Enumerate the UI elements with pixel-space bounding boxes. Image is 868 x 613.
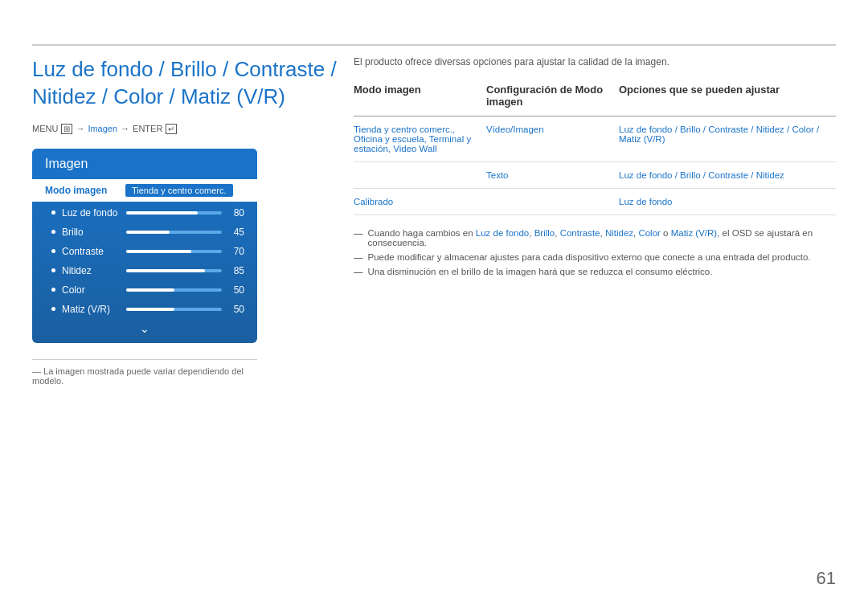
setting-value-matiz: 50 [228,304,244,315]
setting-name-brillo: Brillo [62,227,126,238]
arrow-1: → [76,124,84,133]
td-calibrado: Calibrado [354,189,486,215]
table-row-tienda: Tienda y centro comerc., Oficina y escue… [354,116,836,162]
setting-bar-fill-contraste [126,250,191,253]
note-item-2: — Puede modificar y almacenar ajustes pa… [354,252,836,262]
table-row-texto: Texto Luz de fondo / Brillo / Contraste … [354,162,836,189]
opciones-video-text: Luz de fondo / Brillo / Contraste / Niti… [619,125,819,144]
note-link-brillo: Brillo [534,228,555,238]
setting-row-matiz: Matiz (V/R) 50 [32,300,257,319]
note-dash-3: — [354,267,363,276]
td-opciones-texto: Luz de fondo / Brillo / Contraste / Niti… [619,162,836,189]
note-item-1: — Cuando haga cambios en Luz de fondo, B… [354,228,836,247]
bar-container-contraste: 70 [126,246,244,257]
note-link-nitidez: Nitidez [605,228,633,238]
video-imagen-text: Vídeo/Imagen [486,125,544,134]
setting-value-brillo: 45 [228,227,244,238]
tienda-text: Tienda y centro comerc., Oficina y escue… [354,125,471,153]
bar-container-brillo: 45 [126,227,244,238]
setting-bar-contraste [126,250,222,253]
note-text-3: Una disminución en el brillo de la image… [368,267,713,276]
bar-container-nitidez: 85 [126,265,244,276]
setting-bar-fill-luz [126,211,198,215]
panel-note: — La imagen mostrada puede variar depend… [32,359,257,386]
setting-row-contraste: Contraste 70 [32,242,257,261]
dot-luz [51,210,55,215]
page-number: 61 [817,568,836,589]
modo-imagen-row: Modo imagen Tienda y centro comerc. [32,179,257,202]
menu-breadcrumb: MENU ⊞ → Imagen → ENTER ↵ [32,124,338,134]
texto-text: Texto [486,170,509,180]
setting-value-luz: 80 [228,207,244,219]
note-item-3: — Una disminución en el brillo de la ima… [354,267,836,276]
note-dash-2: — [354,252,363,262]
note-text-1: Cuando haga cambios en Luz de fondo, Bri… [368,228,837,247]
enter-label: ENTER [133,124,162,133]
td-texto: Texto [486,162,619,189]
opciones-calibrado-text: Luz de fondo [619,197,673,206]
modo-imagen-value: Tienda y centro comerc. [125,184,233,197]
th-modo-imagen: Modo imagen [354,84,486,116]
setting-row-nitidez: Nitidez 85 [32,261,257,280]
enter-icon: ↵ [166,124,177,134]
left-panel: Luz de fondo / Brillo / Contraste /Nitid… [32,56,338,386]
options-table: Modo imagen Configuración de Modo imagen… [354,84,836,215]
menu-icon: ⊞ [61,124,72,134]
imagen-panel: Imagen Modo imagen Tienda y centro comer… [32,149,257,343]
setting-bar-brillo [126,231,222,234]
setting-bar-fill-nitidez [126,269,205,272]
setting-bar-color [126,288,222,292]
notes-section: — Cuando haga cambios en Luz de fondo, B… [354,228,836,276]
th-config-modo: Configuración de Modo imagen [486,84,619,116]
bar-container-matiz: 50 [126,304,244,315]
setting-row-luz: Luz de fondo 80 [32,203,257,223]
setting-name-matiz: Matiz (V/R) [62,304,126,315]
setting-value-nitidez: 85 [228,265,244,276]
arrow-2: → [121,124,129,133]
dot-matiz [51,307,55,311]
setting-value-contraste: 70 [228,246,244,257]
chevron-down: ⌄ [32,319,257,335]
note-text-2: Puede modificar y almacenar ajustes para… [368,252,811,262]
setting-name-contraste: Contraste [62,246,126,257]
dot-brillo [51,230,55,234]
setting-row-color: Color 50 [32,280,257,300]
menu-label: MENU [32,124,58,133]
imagen-breadcrumb-link: Imagen [88,124,117,133]
modo-imagen-label: Modo imagen [45,185,125,196]
imagen-header-text: Imagen [45,157,88,170]
dot-nitidez [51,268,55,272]
note-link-contraste: Contraste [560,228,600,238]
bar-container-luz: 80 [126,207,244,219]
td-empty-1 [354,162,486,189]
setting-bar-fill-color [126,288,174,292]
setting-bar-luz [126,211,222,215]
setting-value-color: 50 [228,284,244,296]
note-link-color: Color [638,228,660,238]
panel-note-text: — La imagen mostrada puede variar depend… [32,366,244,386]
td-video-imagen: Vídeo/Imagen [486,116,619,162]
note-link-luzdefondo: Luz de fondo [476,228,530,238]
setting-name-luz: Luz de fondo [62,207,126,219]
top-divider [32,44,836,46]
setting-bar-nitidez [126,269,222,272]
dot-contraste [51,249,55,253]
opciones-texto-text: Luz de fondo / Brillo / Contraste / Niti… [619,170,784,180]
imagen-panel-header: Imagen [32,149,257,179]
bar-container-color: 50 [126,284,244,296]
setting-bar-fill-matiz [126,308,174,311]
th-opciones: Opciones que se pueden ajustar [619,84,836,116]
setting-name-color: Color [62,284,126,296]
setting-bar-matiz [126,308,222,311]
note-dash-1: — [354,228,363,238]
td-tienda-label: Tienda y centro comerc., Oficina y escue… [354,116,486,162]
setting-name-nitidez: Nitidez [62,265,126,276]
intro-text: El producto ofrece diversas opciones par… [354,56,836,67]
right-panel: El producto ofrece diversas opciones par… [354,56,836,281]
table-row-calibrado: Calibrado Luz de fondo [354,189,836,215]
page-title: Luz de fondo / Brillo / Contraste /Nitid… [32,56,338,111]
note-link-matiz: Matiz (V/R) [671,228,718,238]
setting-row-brillo: Brillo 45 [32,223,257,242]
table-header-row: Modo imagen Configuración de Modo imagen… [354,84,836,116]
calibrado-text: Calibrado [354,197,393,206]
